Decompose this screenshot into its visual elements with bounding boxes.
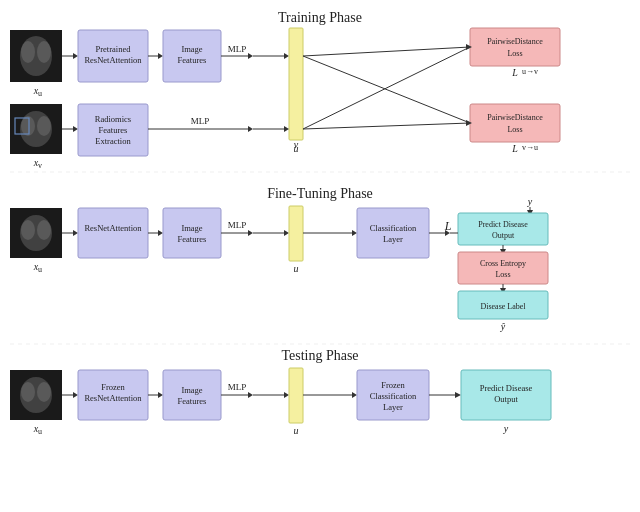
box-predict-ft	[458, 213, 548, 245]
box-disease-ft	[458, 291, 548, 319]
box-imgfeatures	[163, 30, 221, 82]
box-imgfeat-text1: Image	[181, 44, 202, 54]
xray-chest-ft	[20, 215, 52, 251]
box-imgfeat-ft-text2: Features	[178, 234, 207, 244]
box-predict-test	[461, 370, 551, 420]
xray-ft	[10, 208, 62, 258]
arrowhead-3	[248, 53, 253, 59]
box-predict-ft-text2: Output	[492, 231, 515, 240]
box-loss1	[470, 28, 560, 66]
cross-arrowhead-2	[466, 120, 472, 126]
u-label-test: u	[294, 425, 299, 436]
box-predict-ft-text1: Predict Disease	[478, 220, 528, 229]
arrowhead-ft2	[158, 230, 163, 236]
xray-lung-left-2	[21, 116, 35, 136]
box-imgfeat-ft	[163, 208, 221, 258]
box-imgfeat-text2: Features	[178, 55, 207, 65]
training-title: Training Phase	[278, 10, 362, 25]
arrowhead-2	[158, 53, 163, 59]
box-cross-ft	[458, 252, 548, 284]
arrowhead-test3	[248, 392, 253, 398]
yellow-bar-test	[289, 368, 303, 423]
xray-lung-right-ft	[37, 220, 51, 240]
box-imgfeat-test	[163, 370, 221, 420]
arrowhead-7	[284, 126, 289, 132]
finetuning-title: Fine-Tuning Phase	[267, 186, 373, 201]
u-label-ft: u	[294, 263, 299, 274]
xray-chest-test	[20, 377, 52, 413]
arrowhead-test5	[352, 392, 357, 398]
box-pretrained-text1: Pretrained	[96, 44, 132, 54]
box-frozen-resnet-text2: ResNetAttention	[84, 393, 142, 403]
arrowhead-ft5	[352, 230, 357, 236]
cross-arrow-v-loss1	[303, 47, 470, 129]
arrowhead-4	[284, 53, 289, 59]
box-resnet-ft-text1: ResNetAttention	[84, 223, 142, 233]
loss2-sublabel: L	[511, 143, 518, 154]
arrowhead-5	[73, 126, 78, 132]
arrowhead-cross-ft	[500, 249, 506, 255]
arrowhead-disease-ft	[500, 288, 506, 294]
xray-lung-left-test	[21, 382, 35, 402]
box-frozen-class-text2: Classification	[370, 391, 417, 401]
box-class-ft-text1: Classification	[370, 223, 417, 233]
xray-lung-right-1	[37, 41, 51, 63]
box-frozen-resnet	[78, 370, 148, 420]
arrowhead-test1	[73, 392, 78, 398]
mlp-label-test: MLP	[228, 382, 247, 392]
box-imgfeat-ft-text1: Image	[181, 223, 202, 233]
box-cross-ft-text2: Loss	[495, 270, 510, 279]
arrowhead-ft1	[73, 230, 78, 236]
box-pretrained	[78, 30, 148, 82]
arrowhead-test2	[158, 392, 163, 398]
xray-label-xu-test-sub: u	[38, 427, 42, 436]
box-cross-ft-text1: Cross Entropy	[480, 259, 526, 268]
cross-arrow-u-loss1	[303, 47, 470, 56]
xray-test	[10, 370, 62, 420]
xray-training-2	[10, 104, 62, 154]
xray-chest-1	[20, 36, 52, 76]
xray-label-xu1-sub: u	[38, 89, 42, 98]
box-imgfeat-test-text2: Features	[178, 396, 207, 406]
arrowhead-1	[73, 53, 78, 59]
box-loss2	[470, 104, 560, 142]
cross-arrow-u-loss2	[303, 56, 470, 123]
box-radiomics-text1: Radiomics	[95, 114, 131, 124]
arrowhead-ft4	[284, 230, 289, 236]
yhat-label-ft: ŷ	[500, 321, 506, 332]
yellow-bar-ft	[289, 206, 303, 261]
mlp-label-2: MLP	[191, 116, 210, 126]
box-radiomics-text2: Features	[99, 125, 128, 135]
cross-arrowhead-1	[466, 44, 472, 50]
mlp-label-1: MLP	[228, 44, 247, 54]
cross-arrow-v-loss2	[303, 123, 470, 129]
loss2-text2: Loss	[507, 125, 522, 134]
yellow-bar-training	[289, 28, 303, 140]
box-pretrained-text2: ResNetAttention	[84, 55, 142, 65]
loss2-superlabel: v→u	[522, 143, 538, 152]
xray-label-xv: x	[33, 157, 39, 168]
y-label-test: y	[503, 423, 509, 434]
diagram-container: Training Phase x u x v Pretrained ResNet…	[0, 0, 640, 512]
mlp-label-ft: MLP	[228, 220, 247, 230]
diagram-svg: Training Phase x u x v Pretrained ResNet…	[0, 0, 640, 512]
loss2-text1: PairwiseDistance	[487, 113, 543, 122]
box-frozen-class-text3: Layer	[383, 402, 403, 412]
testing-title: Testing Phase	[281, 348, 358, 363]
xray-label-xu-ft: x	[33, 261, 39, 272]
box-radiomics	[78, 104, 148, 156]
loss1-text2: Loss	[507, 49, 522, 58]
l-label-ft: L	[444, 219, 452, 233]
u-label: u	[294, 143, 299, 154]
xray-label-xu-test: x	[33, 423, 39, 434]
xray-label-xv-sub: v	[38, 161, 42, 170]
arrowhead-6	[248, 126, 253, 132]
xray-training-1	[10, 30, 62, 82]
arrowhead-test4	[284, 392, 289, 398]
loss1-superlabel: u→v	[522, 67, 538, 76]
arrowhead-y-ft	[527, 210, 533, 216]
loss1-text1: PairwiseDistance	[487, 37, 543, 46]
xray-lung-right-test	[37, 382, 51, 402]
xray-lung-left-ft	[21, 220, 35, 240]
xray-lung-right-2	[37, 116, 51, 136]
